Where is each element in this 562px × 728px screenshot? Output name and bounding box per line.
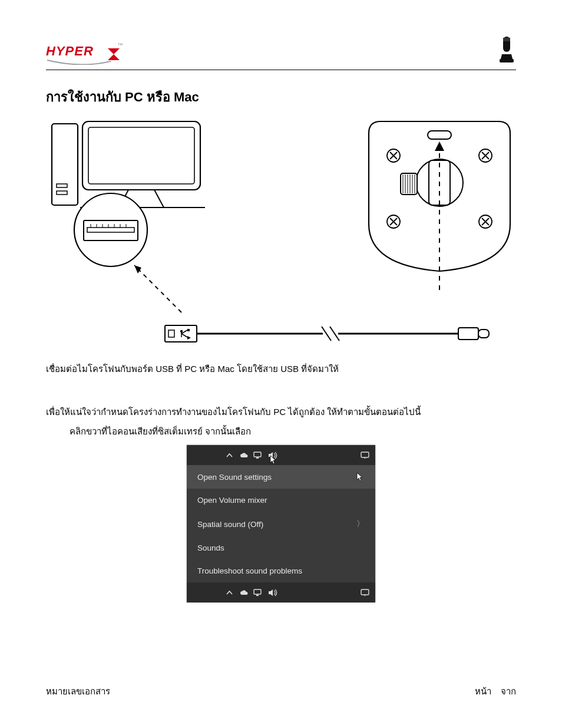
svg-rect-43: [187, 329, 190, 331]
svg-rect-21: [428, 131, 451, 139]
tray-cloud-icon: [239, 451, 248, 460]
svg-rect-12: [87, 228, 134, 232]
svg-rect-49: [458, 328, 478, 340]
svg-rect-51: [254, 452, 261, 457]
svg-rect-37: [165, 325, 197, 342]
tray-notifications-icon: [361, 451, 369, 460]
svg-rect-54: [254, 589, 261, 594]
svg-point-39: [180, 330, 183, 332]
tray-speaker-icon: [267, 451, 276, 460]
of-label: จาก: [501, 686, 516, 696]
menu-item-label: Open Sound settings: [197, 473, 272, 482]
paragraph-connect: เชื่อมต่อไมโครโฟนกับพอร์ต USB ที่ PC หรื…: [46, 361, 516, 377]
svg-rect-4: [52, 124, 78, 205]
tray-speaker-icon: [267, 588, 276, 597]
system-tray-bottom: [187, 582, 375, 602]
brand-logo: HYPER ™: [46, 40, 123, 65]
page-footer: หมายเลขเอกสาร หน้า จาก: [46, 684, 516, 699]
cursor-icon: [356, 472, 363, 482]
svg-text:™: ™: [117, 42, 123, 48]
mic-base-diagram: [363, 118, 516, 295]
menu-item-label: Spatial sound (Off): [197, 520, 263, 529]
pc-usb-diagram: [46, 118, 229, 330]
doc-number-label: หมายเลขเอกสาร: [46, 684, 110, 699]
paragraph-configure: เพื่อให้แน่ใจว่ากำหนดโครงร่างการทำงานของ…: [46, 404, 516, 420]
tray-notifications-icon: [361, 588, 369, 597]
svg-rect-50: [478, 330, 489, 338]
svg-rect-56: [361, 589, 369, 595]
page-header: HYPER ™: [46, 35, 516, 70]
page-label: หน้า: [475, 686, 491, 696]
sound-context-menu: Open Sound settings Open Volume mixer Sp…: [187, 465, 375, 582]
chevron-right-icon: 〉: [356, 519, 365, 529]
product-icon: [497, 35, 516, 65]
tray-chevron-up-icon: [225, 451, 234, 460]
svg-marker-20: [134, 265, 141, 274]
cursor-icon: [270, 455, 277, 465]
svg-rect-55: [256, 595, 259, 596]
system-tray-top: [187, 445, 375, 465]
tray-chevron-up-icon: [225, 588, 234, 597]
menu-item-open-sound-settings[interactable]: Open Sound settings: [187, 465, 375, 489]
connection-diagram: [46, 118, 516, 330]
menu-item-troubleshoot[interactable]: Troubleshoot sound problems: [187, 559, 375, 582]
svg-rect-53: [361, 452, 369, 457]
tray-cloud-icon: [239, 588, 248, 597]
svg-line-46: [322, 327, 331, 341]
menu-item-open-volume-mixer[interactable]: Open Volume mixer: [187, 489, 375, 512]
menu-item-label: Open Volume mixer: [197, 496, 267, 505]
menu-item-sounds[interactable]: Sounds: [187, 536, 375, 559]
tray-monitor-icon: [253, 588, 262, 597]
logo-text-glyph: HYPER: [46, 44, 94, 58]
svg-rect-2: [503, 38, 510, 41]
paragraph-rightclick: คลิกขวาที่ไอคอนเสียงที่ซิสเต็มเทรย์ จากน…: [46, 423, 516, 439]
menu-item-label: Troubleshoot sound problems: [197, 566, 302, 575]
menu-item-label: Sounds: [197, 543, 224, 552]
svg-line-47: [330, 327, 339, 341]
menu-item-spatial-sound[interactable]: Spatial sound (Off) 〉: [187, 512, 375, 536]
svg-rect-8: [88, 127, 194, 184]
svg-rect-3: [500, 59, 514, 62]
sound-settings-screenshot: Open Sound settings Open Volume mixer Sp…: [187, 445, 375, 602]
tray-monitor-icon: [253, 451, 262, 460]
svg-rect-52: [256, 457, 259, 459]
section-heading: การใช้งานกับ PC หรือ Mac: [46, 87, 516, 107]
